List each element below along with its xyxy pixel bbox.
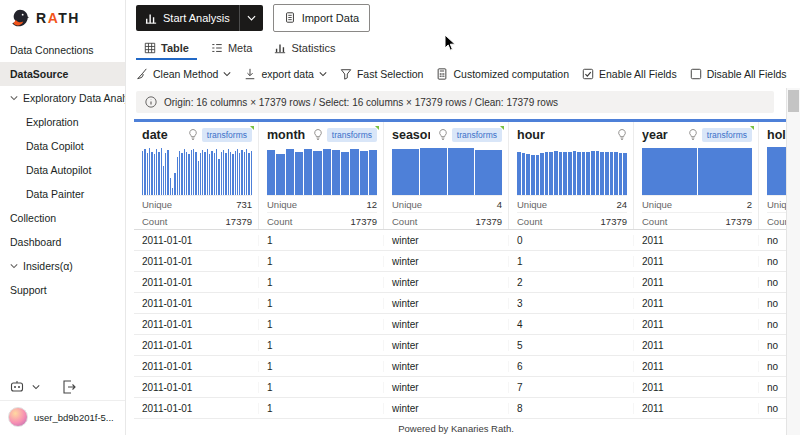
chevron-down-icon [223,71,231,77]
sidebar-item-dashboard[interactable]: Dashboard [0,230,125,254]
hist-bar [586,152,590,195]
unique-label: Unique [392,199,422,210]
chevron-down-icon[interactable] [32,384,40,390]
unique-value: 2 [747,199,752,210]
count-value: 17379 [601,216,627,227]
sign-out-icon[interactable] [62,380,76,394]
field-header: hour [517,125,627,144]
lightbulb-icon[interactable] [617,128,627,141]
field-name: date [142,128,168,142]
lightbulb-icon[interactable] [188,128,198,141]
hist-bar [214,153,215,195]
table-row: 2011-01-011winter52011no [134,335,787,356]
assistant-icon[interactable] [10,380,24,394]
tab-meta[interactable]: Meta [203,42,260,60]
sidebar-item-collection[interactable]: Collection [0,206,125,230]
transforms-badge[interactable]: transforms [452,128,502,142]
tab-table[interactable]: Table [136,42,197,60]
analysis-chart-icon [145,12,157,24]
table-cell: 2011-01-01 [134,277,259,288]
table-cell: winter [384,277,509,288]
table-cell: 5 [509,340,634,351]
user-account[interactable]: user_bd9b201f-5... [0,401,125,435]
sidebar-item-support[interactable]: Support [0,278,125,302]
hist-bar [559,152,563,195]
hist-bar [360,151,368,195]
transforms-badge[interactable]: transforms [202,128,252,142]
toolbar-enable-all-fields[interactable]: Enable All Fields [582,68,677,80]
hist-bar [225,153,226,195]
tab-statistics[interactable]: Statistics [266,42,343,60]
field-header: yeartransforms [642,125,752,144]
table-cell: 2011 [634,361,759,372]
hist-bar [392,149,419,195]
hist-bar [230,152,231,195]
hist-bar [582,152,586,195]
table-cell: winter [384,298,509,309]
sidebar-item-data-copilot[interactable]: Data Copilot [0,134,125,158]
sidebar-item-label: Support [10,284,47,296]
count-label: Count [642,216,667,227]
hist-bar [142,151,143,195]
unique-value: 4 [497,199,502,210]
sidebar-item-label: Dashboard [10,236,61,248]
transforms-badge[interactable]: transforms [702,128,752,142]
table-cell: 2011 [634,403,759,414]
table-cell: 2011-01-01 [134,361,259,372]
sidebar-item-exploratory-data-analysis[interactable]: Exploratory Data Analysis [0,86,125,110]
start-analysis-dropdown[interactable] [240,5,263,31]
sidebar-spacer [0,302,125,374]
hist-bar [174,173,175,195]
hist-bar [177,157,178,195]
sidebar-item-exploration[interactable]: Exploration [0,110,125,134]
toolbar-export-data[interactable]: export data [244,68,327,80]
hist-bar [202,150,203,195]
vertical-scrollbar[interactable] [786,88,800,435]
hist-bar [218,159,219,195]
toolbar-item-label: Enable All Fields [599,68,677,80]
field-name: season [392,128,430,142]
lightbulb-icon[interactable] [688,128,698,141]
table-row: 2011-01-011winter02011no [134,230,787,251]
sidebar-item-insiders[interactable]: Insiders(α) [0,254,125,278]
import-data-button[interactable]: Import Data [273,4,370,32]
chevron-down-icon [10,263,18,269]
sidebar-item-label: Data Painter [26,188,84,200]
toolbar-customized-computation[interactable]: Customized computation [436,68,569,80]
count-stat-row: Count [767,212,787,229]
unique-label: Unique [142,199,172,210]
view-tabs: TableMetaStatistics [126,35,800,60]
hist-bar [591,151,595,195]
field-column-holiday: holidayUniqueCount [759,122,787,229]
sidebar-item-data-autopilot[interactable]: Data Autopilot [0,158,125,182]
app-root: RATH Data ConnectionsDataSourceExplorato… [0,0,800,435]
hist-bar [170,178,171,195]
lightbulb-icon[interactable] [313,128,323,141]
hist-bar [156,149,157,195]
transforms-badge[interactable]: transforms [327,128,377,142]
toolbar-clean-method[interactable]: Clean Method [136,68,231,80]
table-cell: 2011-01-01 [134,340,259,351]
hist-bar [179,151,180,195]
toolbar-item-label: Disable All Fields [707,68,787,80]
sidebar-item-data-connections[interactable]: Data Connections [0,38,125,62]
hist-bar [172,188,173,195]
toolbar-disable-all-fields[interactable]: Disable All Fields [690,68,787,80]
checkbox-empty-icon [690,68,702,80]
toolbar-fast-selection[interactable]: Fast Selection [340,68,424,80]
hist-bar [517,152,521,195]
field-header: datetransforms [142,125,252,144]
table-cell: 2011 [634,298,759,309]
start-analysis-button[interactable]: Start Analysis [136,5,263,31]
table-icon [144,42,156,54]
scrollbar-thumb[interactable] [788,90,799,112]
table-cell: 2011-01-01 [134,403,259,414]
table-cell: no [759,340,787,351]
sidebar-item-data-painter[interactable]: Data Painter [0,182,125,206]
lightbulb-icon[interactable] [438,128,448,141]
hist-bar [420,148,447,195]
info-bar: Origin: 16 columns × 17379 rows / Select… [136,91,774,113]
unique-stat-row: Unique731 [142,195,252,212]
table-cell: no [759,256,787,267]
sidebar-item-datasource[interactable]: DataSource [0,62,125,86]
